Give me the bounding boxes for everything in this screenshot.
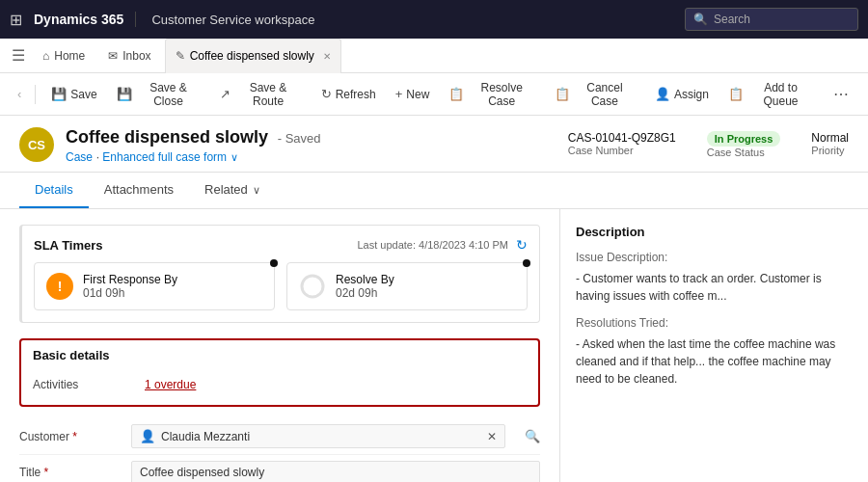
search-box[interactable]: 🔍 Search (685, 8, 858, 31)
new-button[interactable]: + New (388, 82, 438, 106)
customer-label: Customer (19, 430, 116, 443)
case-saved-label: - Saved (278, 131, 321, 146)
case-number-value: CAS-01041-Q9Z8G1 (568, 131, 676, 145)
resolution-label: Resolutions Tried: (576, 314, 853, 332)
customer-icon: 👤 (140, 429, 155, 443)
sla-refresh-button[interactable]: ↻ (516, 237, 528, 253)
main-split: SLA Timers Last update: 4/18/2023 4:10 P… (0, 209, 868, 482)
refresh-icon: ↻ (321, 87, 332, 101)
sla-timer-time: 01d 09h (83, 286, 177, 300)
resolve-label: Resolve Case (468, 81, 535, 108)
tab-bar: ☰ ⌂ Home ✉ Inbox ✎ Coffee dispensed slow… (0, 39, 868, 73)
queue-label: Add to Queue (747, 81, 814, 108)
customer-value: Claudia Mezzanti (161, 430, 250, 443)
sla-dot-2 (523, 259, 530, 267)
tab-related[interactable]: Related ∨ (189, 173, 276, 208)
tab-home-label: Home (54, 49, 85, 63)
inbox-icon: ✉ (108, 49, 118, 63)
customer-clear-button[interactable]: ✕ (487, 430, 497, 443)
hamburger-icon[interactable]: ☰ (8, 42, 29, 68)
case-priority-value: Normal (811, 131, 849, 145)
search-placeholder: Search (714, 13, 750, 26)
close-icon[interactable]: ✕ (323, 51, 331, 62)
case-priority-label: Priority (811, 145, 849, 156)
resolution-text: - Asked when the last time the coffee ma… (576, 335, 853, 388)
more-actions-button[interactable]: ⋯ (826, 81, 856, 107)
case-title: Coffee dispensed slowly (66, 127, 268, 147)
sla-dot (270, 259, 278, 267)
activities-label: Activities (33, 378, 129, 391)
cancel-label: Cancel Case (574, 81, 636, 108)
tab-attachments[interactable]: Attachments (89, 173, 189, 208)
sla-timers: ! First Response By 01d 09h (34, 262, 528, 310)
main-right-panel: Description Issue Description: - Custome… (559, 209, 868, 482)
tab-inbox[interactable]: ✉ Inbox (98, 39, 160, 73)
tab-details[interactable]: Details (19, 173, 89, 208)
sla-timer-info: First Response By 01d 09h (83, 273, 177, 300)
grid-icon[interactable]: ⊞ (10, 11, 22, 29)
basic-details-title: Basic details (33, 348, 527, 362)
case-status-block: In Progress Case Status (707, 131, 781, 158)
save-route-icon: ↗ (220, 87, 231, 101)
save-route-button[interactable]: ↗ Save & Route (212, 76, 309, 113)
issue-text: - Customer wants to track an order. Cust… (576, 270, 853, 305)
home-icon: ⌂ (42, 49, 49, 63)
assign-label: Assign (674, 88, 709, 101)
sla-timer-info-2: Resolve By 02d 09h (336, 273, 394, 300)
avatar: CS (19, 127, 54, 162)
case-number-block: CAS-01041-Q9Z8G1 Case Number (568, 131, 676, 156)
case-header: CS Coffee dispensed slowly - Saved Case … (0, 116, 868, 173)
issue-label: Issue Description: (576, 249, 853, 266)
top-nav: ⊞ Dynamics 365 Customer Service workspac… (0, 0, 868, 39)
title-label: Title (19, 466, 116, 479)
case-status-label: Case Status (707, 147, 781, 158)
form-type[interactable]: Enhanced full case form (102, 150, 227, 164)
new-icon: + (395, 87, 403, 101)
content-area: CS Coffee dispensed slowly - Saved Case … (0, 116, 868, 482)
customer-search-icon[interactable]: 🔍 (525, 429, 540, 443)
toolbar: ‹ 💾 Save 💾 Save & Close ↗ Save & Route ↻… (0, 73, 868, 116)
save-button[interactable]: 💾 Save (43, 82, 104, 106)
resolve-case-button[interactable]: 📋 Resolve Case (441, 76, 543, 113)
case-title-block: Coffee dispensed slowly - Saved Case · E… (66, 127, 321, 164)
sla-timer-first-response: ! First Response By 01d 09h (34, 262, 275, 310)
assign-icon: 👤 (655, 87, 670, 101)
tab-home[interactable]: ⌂ Home (33, 39, 95, 73)
sla-last-update: Last update: 4/18/2023 4:10 PM (357, 239, 508, 251)
chevron-down-icon: ∨ (253, 184, 260, 196)
edit-icon: ✎ (176, 49, 185, 63)
save-close-label: Save & Close (136, 81, 202, 108)
workspace-name: Customer Service workspace (151, 13, 677, 27)
refresh-button[interactable]: ↻ Refresh (313, 82, 384, 106)
sla-timer-name: First Response By (83, 273, 177, 286)
assign-button[interactable]: 👤 Assign (647, 82, 717, 106)
svg-point-0 (302, 276, 323, 297)
save-route-label: Save & Route (234, 81, 301, 108)
queue-icon: 📋 (728, 87, 744, 101)
tab-case[interactable]: ✎ Coffee dispensed slowly ✕ (165, 39, 341, 73)
case-type[interactable]: Case (66, 150, 93, 164)
title-value-field[interactable]: Coffee dispensed slowly (131, 461, 540, 482)
resolve-icon: 📋 (448, 87, 464, 101)
tab-inbox-label: Inbox (122, 49, 150, 63)
cancel-case-button[interactable]: 📋 Cancel Case (547, 76, 643, 113)
main-left-panel: SLA Timers Last update: 4/18/2023 4:10 P… (0, 209, 559, 482)
sla-section: SLA Timers Last update: 4/18/2023 4:10 P… (19, 225, 540, 323)
save-icon: 💾 (51, 87, 67, 101)
title-field: Title Coffee dispensed slowly (19, 455, 540, 482)
activities-row: Activities 1 overdue (33, 372, 527, 397)
back-button[interactable]: ‹ (12, 83, 27, 105)
toolbar-separator (35, 85, 36, 104)
activities-overdue-link[interactable]: 1 overdue (145, 378, 196, 391)
sla-timer-resolve-by: Resolve By 02d 09h (286, 262, 528, 310)
tab-case-label: Coffee dispensed slowly (190, 49, 314, 63)
save-close-button[interactable]: 💾 Save & Close (109, 76, 209, 113)
add-to-queue-button[interactable]: 📋 Add to Queue (720, 76, 822, 113)
case-type-row: Case · Enhanced full case form ∨ (66, 149, 321, 164)
sla-header-right: Last update: 4/18/2023 4:10 PM ↻ (357, 237, 528, 253)
progress-icon (299, 273, 326, 300)
status-badge: In Progress (707, 131, 781, 147)
customer-value-field[interactable]: 👤 Claudia Mezzanti ✕ (131, 424, 505, 448)
save-close-icon: 💾 (117, 87, 132, 101)
customer-field: Customer 👤 Claudia Mezzanti ✕ 🔍 (19, 418, 540, 455)
